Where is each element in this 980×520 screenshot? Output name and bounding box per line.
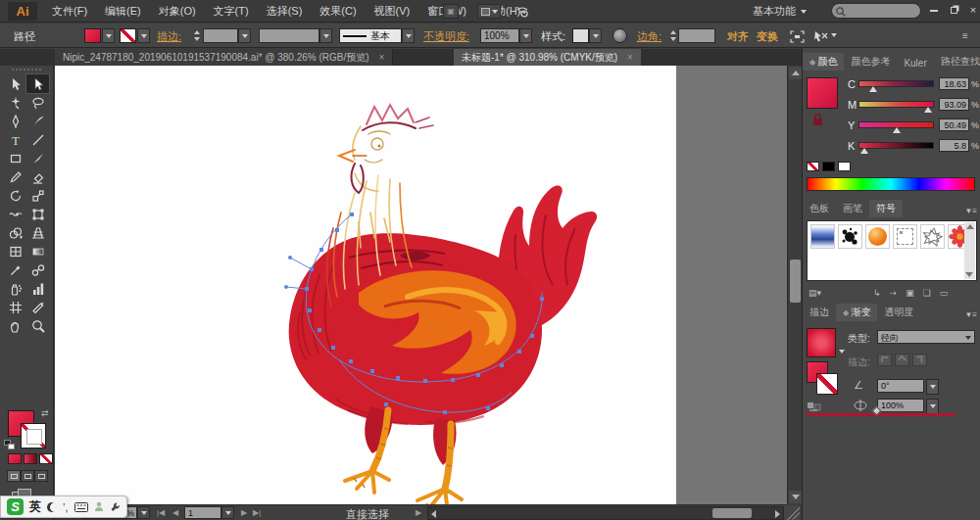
recolor-artwork-icon[interactable] — [612, 28, 627, 43]
width-profile-field[interactable] — [259, 28, 319, 43]
fill-dropdown[interactable] — [102, 28, 115, 43]
gradient-panel-menu-icon[interactable]: ▼≡ — [960, 308, 980, 321]
value-M[interactable]: 93.09 — [939, 98, 969, 111]
place-symbol-icon[interactable]: ↳ — [873, 288, 881, 298]
stroke-weight-dropdown[interactable] — [238, 28, 251, 43]
tab-stroke[interactable]: 描边 — [803, 304, 836, 321]
select-similar-icon[interactable] — [813, 29, 828, 47]
ime-settings-wrench-icon[interactable] — [110, 501, 121, 512]
tool-lasso[interactable] — [26, 93, 49, 112]
draw-normal-button[interactable] — [7, 470, 21, 482]
tool-selection[interactable] — [4, 74, 26, 93]
swap-fill-stroke-icon[interactable]: ⇄ — [41, 408, 49, 418]
symbol-libraries-icon[interactable]: ▤▾ — [808, 288, 821, 298]
gradient-swatch[interactable] — [807, 328, 836, 357]
tool-perspective-grid[interactable] — [26, 223, 49, 242]
corner-link[interactable]: 边角: — [637, 29, 662, 44]
ime-keyboard-icon[interactable] — [74, 502, 88, 512]
slider-Y[interactable] — [858, 121, 934, 128]
width-profile-dropdown[interactable] — [319, 28, 332, 43]
align-link[interactable]: 对齐 — [727, 29, 749, 44]
gradient-ramp[interactable] — [807, 413, 956, 416]
tool-rectangle[interactable] — [4, 149, 26, 167]
scroll-right-icon[interactable] — [775, 510, 780, 518]
artwork-chicken[interactable] — [55, 66, 676, 504]
menu-选择(S)[interactable]: 选择(S) — [258, 4, 312, 19]
stroke-weight-field[interactable] — [203, 28, 238, 43]
tool-paintbrush[interactable] — [26, 149, 49, 167]
draw-behind-button[interactable] — [21, 470, 34, 482]
vertical-scrollbar[interactable] — [787, 66, 802, 504]
gradient-angle-field[interactable]: 0° — [877, 379, 924, 393]
symbols-scrollbar[interactable] — [964, 222, 975, 279]
tab-pathfinder[interactable]: 路径查找器 — [934, 53, 980, 71]
tool-mesh[interactable] — [4, 242, 26, 260]
transform-link[interactable]: 变换 — [757, 29, 778, 44]
slider-C[interactable] — [858, 80, 934, 87]
workspace-switcher[interactable]: 基本功能 — [747, 3, 809, 20]
ime-toolbar[interactable]: S 英 ’, — [0, 496, 127, 518]
artboard-number-field[interactable]: 1 — [184, 506, 221, 519]
tool-free-transform[interactable] — [26, 205, 49, 223]
opacity-link[interactable]: 不透明度: — [423, 29, 469, 44]
artboard-dropdown[interactable] — [221, 506, 234, 519]
bridge-icon[interactable]: ▣ — [443, 4, 459, 19]
value-K[interactable]: 5.8 — [939, 139, 969, 152]
reverse-gradient-icon[interactable] — [807, 401, 822, 412]
stroke-dropdown[interactable] — [137, 28, 150, 43]
resize-grip[interactable] — [784, 505, 800, 520]
tool-shape-builder[interactable] — [4, 223, 26, 242]
tool-scale[interactable] — [26, 186, 49, 205]
search-input[interactable] — [831, 3, 921, 19]
scroll-left-icon[interactable] — [431, 510, 436, 518]
gradient-aspect-field[interactable]: 100% — [877, 399, 924, 412]
tool-pencil[interactable] — [4, 167, 26, 186]
tool-blend[interactable] — [26, 260, 49, 279]
isolate-selected-icon[interactable] — [790, 29, 805, 47]
symbol-ink-splat[interactable] — [838, 224, 862, 249]
symbol-twirl-star[interactable] — [920, 224, 945, 249]
value-Y[interactable]: 50.49 — [939, 118, 969, 131]
prev-artboard-icon[interactable]: ◀ — [172, 508, 178, 517]
tab-close-icon[interactable]: × — [379, 52, 385, 63]
arrange-documents-icon[interactable] — [477, 4, 501, 19]
gradient-type-select[interactable]: 径向 — [877, 330, 975, 344]
ime-language-toggle[interactable]: 英 — [29, 498, 41, 515]
tools-panel-grip[interactable] — [12, 69, 41, 71]
zoom-dropdown[interactable] — [137, 506, 150, 519]
gradient-mode-button[interactable] — [24, 453, 37, 464]
stroke-panel-link[interactable]: 描边: — [157, 29, 181, 44]
last-artboard-icon[interactable]: ▶| — [253, 508, 261, 517]
value-C[interactable]: 18.63 — [939, 77, 969, 90]
none-mode-button[interactable] — [39, 453, 53, 464]
none-chip[interactable] — [807, 162, 819, 171]
tab-gradient[interactable]: ◆ 渐变 — [836, 304, 877, 321]
symbol-options-icon[interactable]: ▣ — [906, 288, 914, 298]
tool-zoom[interactable] — [26, 316, 49, 335]
stroke-proxy-swatch[interactable] — [21, 423, 46, 449]
restore-button[interactable] — [945, 4, 962, 18]
tool-symbol-sprayer[interactable] — [4, 279, 26, 298]
tool-gradient[interactable] — [26, 242, 49, 260]
tool-width[interactable] — [4, 205, 26, 223]
tool-blob-brush[interactable] — [26, 112, 49, 130]
tool-rotate[interactable] — [4, 186, 26, 205]
style-swatch[interactable] — [572, 28, 589, 43]
tab-color-guide[interactable]: 颜色参考 — [844, 53, 897, 71]
document-tab-2[interactable]: 未标题-1* @ 310.98% (CMYK/预览) × — [454, 49, 641, 66]
break-link-icon[interactable]: ⇢ — [890, 288, 898, 298]
tab-brushes[interactable]: 画笔 — [836, 200, 869, 217]
gradient-angle-dropdown[interactable] — [926, 379, 939, 395]
canvas-area[interactable] — [55, 66, 787, 504]
ime-skin-icon[interactable] — [94, 501, 104, 512]
horizontal-scroll-thumb[interactable] — [712, 508, 752, 518]
gradient-stroke-proxy[interactable] — [816, 373, 838, 395]
tool-artboard[interactable] — [4, 298, 26, 316]
tool-column-graph[interactable] — [26, 279, 49, 298]
default-fill-stroke-icon[interactable] — [4, 440, 15, 449]
slider-K[interactable] — [858, 142, 934, 149]
tab-close-icon[interactable]: × — [627, 52, 633, 63]
tool-hand[interactable] — [4, 316, 26, 335]
status-expand-icon[interactable]: ▶ — [416, 508, 421, 517]
tab-swatches[interactable]: 色板 — [803, 200, 836, 217]
